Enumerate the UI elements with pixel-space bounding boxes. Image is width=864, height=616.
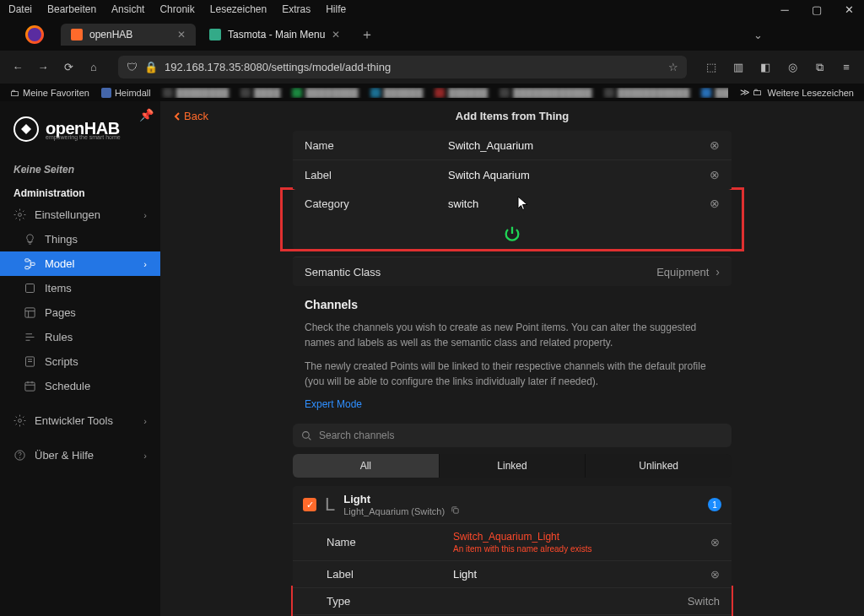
name-input[interactable]: Switch_Aquarium [448,139,703,152]
sidebar-icon[interactable]: ◧ [758,60,773,75]
pocket-icon[interactable]: ⬚ [704,60,719,75]
bookmarks-bar: 🗀 Meine Favoriten Heimdall ████████ ████… [0,84,864,101]
channels-desc-2: The newly created Points will be linked … [305,359,720,389]
rules-icon [24,331,36,343]
form-semclass-row[interactable]: Semantic Class Equipment › [293,257,732,286]
copy-icon[interactable] [451,505,460,515]
channel-subtitle: Light_Aquarium (Switch) [343,505,460,516]
reload-button[interactable]: ⟳ [61,60,76,75]
shield-icon[interactable]: 🛡 [127,61,138,73]
channel-label-input[interactable]: Light [453,568,704,581]
firefox-icon [25,25,44,44]
sidebar-item-settings[interactable]: Einstellungen › [0,203,160,227]
tab-bar: openHAB ✕ Tasmota - Main Menu ✕ ＋ ⌄ [0,19,864,51]
back-link[interactable]: Back [174,110,208,122]
filter-unlinked[interactable]: Unlinked [585,454,732,478]
clear-icon[interactable]: ⊗ [710,197,720,210]
svg-point-17 [19,457,20,458]
forward-button[interactable]: → [35,60,51,75]
menu-icon[interactable]: ≡ [839,60,854,75]
back-button[interactable]: ← [10,60,25,75]
channel-header[interactable]: ✓ L Light Light_Aquarium (Switch) 1 [293,486,732,523]
power-icon [503,224,521,243]
sidebar-item-items[interactable]: Items [0,276,160,300]
tab-list-dropdown[interactable]: ⌄ [753,29,763,41]
home-button[interactable]: ⌂ [86,60,101,75]
new-tab-button[interactable]: ＋ [360,26,374,44]
sidebar: 📌 openHAB empowering the smart home Kein… [0,101,160,616]
label-input[interactable]: Switch Aquarium [448,169,703,181]
channel-title: Light [343,493,460,505]
bookmark-item[interactable]: 🗀 Meine Favoriten [10,88,89,98]
filter-all[interactable]: All [293,454,439,478]
window-controls: ─ ▢ ✕ [776,3,857,16]
channel-name-input[interactable]: Switch_Aquarium_Light [453,531,704,543]
page-title: Add Items from Thing [456,110,569,122]
tab-title: openHAB [89,29,132,41]
form-category-row: Category switch ⊗ [293,189,732,218]
lock-icon[interactable]: 🔒 [144,61,158,73]
clear-icon[interactable]: ⊗ [710,536,720,548]
sidebar-item-rules[interactable]: Rules [0,325,160,349]
brand-logo[interactable]: openHAB empowering the smart home [0,113,160,155]
clear-icon[interactable]: ⊗ [710,168,720,181]
semclass-value: Equipment [656,266,709,278]
expert-mode-link[interactable]: Expert Mode [305,398,362,410]
close-icon[interactable]: ✕ [332,29,340,41]
channel-type-letter: L [325,494,335,516]
channel-name-row: Name Switch_Aquarium_Light An item with … [293,523,732,560]
channel-type-value: Switch [688,595,720,608]
pin-icon[interactable]: 📌 [139,108,154,122]
svg-point-15 [19,419,22,423]
sidebar-item-schedule[interactable]: Schedule [0,374,160,398]
bookmarks-overflow[interactable]: ≫ 🗀 Weitere Lesezeichen [740,87,854,98]
category-icon-preview [293,218,732,250]
layout-icon [24,306,36,319]
channels-section: Channels Check the channels you wish to … [293,286,732,415]
tag-icon [24,282,36,294]
sidebar-item-pages[interactable]: Pages [0,300,160,325]
link-count-badge: 1 [708,498,721,511]
channel-search[interactable]: Search channels [293,424,732,447]
tab-tasmota[interactable]: Tasmota - Main Menu ✕ [199,24,350,46]
tab-title: Tasmota - Main Menu [228,29,325,41]
channel-name-error: An item with this name already exists [453,544,704,554]
extensions-icon[interactable]: ⧉ [812,60,827,75]
url-bar[interactable]: 🛡 🔒 192.168.178.35:8080/settings/model/a… [118,56,687,78]
account-icon[interactable]: ◎ [785,60,800,75]
close-icon[interactable]: ✕ [177,29,186,41]
sidebar-item-things[interactable]: Things [0,227,160,251]
help-icon [14,449,26,462]
gear-icon [14,208,26,221]
maximize-button[interactable]: ▢ [808,3,825,16]
channel-type-row: Type Switch [293,587,732,614]
tab-favicon [71,29,83,41]
filter-linked[interactable]: Linked [439,454,586,478]
svg-rect-11 [25,382,35,391]
tab-openhab[interactable]: openHAB ✕ [61,24,196,46]
content-scroll[interactable]: Name Switch_Aquarium ⊗ Label Switch Aqua… [160,131,864,616]
form-label-row: Label Switch Aquarium ⊗ [293,159,732,189]
sidebar-item-devtools[interactable]: Entwickler Tools › [0,408,160,433]
clear-icon[interactable]: ⊗ [710,568,720,581]
svg-rect-3 [25,267,29,269]
channels-heading: Channels [305,298,720,311]
channel-checkbox[interactable]: ✓ [303,498,316,511]
bulb-icon [24,233,36,246]
page-header: Back Add Items from Thing [160,101,864,131]
tree-icon [24,257,36,270]
clear-icon[interactable]: ⊗ [710,138,720,152]
calendar-icon [24,380,36,392]
category-input[interactable]: switch [448,197,703,210]
bookmark-item[interactable]: Heimdall [101,88,151,98]
sidebar-item-scripts[interactable]: Scripts [0,349,160,374]
close-button[interactable]: ✕ [840,3,857,16]
sidebar-item-help[interactable]: Über & Hilfe › [0,443,160,467]
bookmark-star-icon[interactable]: ☆ [668,61,678,73]
chevron-right-icon: › [143,259,147,269]
sidebar-section-admin: Administration [0,179,160,203]
sidebar-item-model[interactable]: Model › [0,251,160,276]
library-icon[interactable]: ▥ [731,60,746,75]
minimize-button[interactable]: ─ [776,3,793,16]
menubar: Datei Bearbeiten Ansicht Chronik Lesezei… [0,0,864,19]
